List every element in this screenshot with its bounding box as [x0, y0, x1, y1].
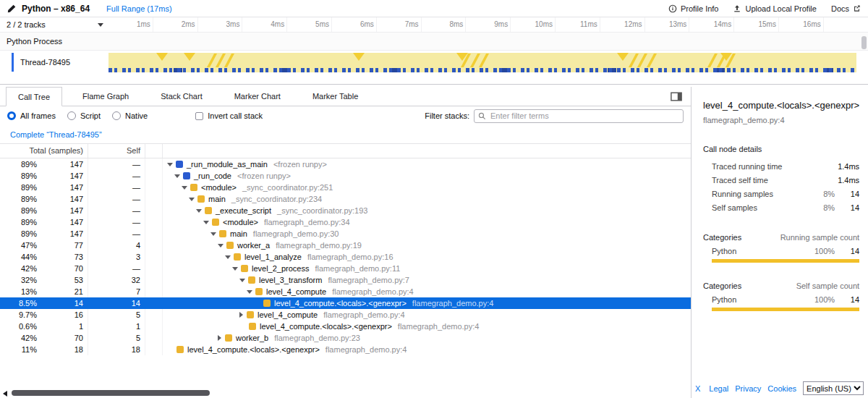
- script-label: Script: [80, 111, 101, 120]
- collapse-icon[interactable]: [247, 290, 252, 294]
- tab-call-tree[interactable]: Call Tree: [6, 87, 62, 106]
- cell-self: —: [88, 205, 145, 216]
- marker-slash-icon[interactable]: [707, 54, 718, 67]
- category-percent: 100%: [814, 295, 835, 304]
- call-tree-row[interactable]: 89%147—_execute_script_sync_coordinator.…: [0, 205, 691, 216]
- marker-slash-icon[interactable]: [207, 54, 217, 67]
- cell-total: 9.7%16: [0, 309, 88, 321]
- collapse-icon[interactable]: [196, 209, 202, 213]
- call-tree-row[interactable]: 89%147—<module>flamegraph_demo.py:34: [0, 216, 691, 228]
- column-header-spacer: [145, 144, 163, 158]
- category-square-icon: [225, 334, 232, 342]
- thread-activity-graph[interactable]: [109, 53, 856, 72]
- footer-close-link[interactable]: X: [693, 384, 702, 393]
- cell-total-samples: 16: [37, 310, 88, 319]
- full-range-link[interactable]: Full Range (17ms): [106, 4, 171, 13]
- expand-icon[interactable]: [218, 335, 221, 341]
- footer-link-privacy[interactable]: Privacy: [735, 384, 761, 393]
- call-tree-row[interactable]: 13%217level_4_computeflamegraph_demo.py:…: [0, 286, 691, 297]
- language-select[interactable]: English (US): [803, 381, 864, 395]
- marker-triangle-icon[interactable]: [353, 53, 365, 61]
- tab-marker-chart[interactable]: Marker Chart: [223, 87, 292, 106]
- collapse-icon[interactable]: [174, 174, 180, 178]
- marker-slash-icon[interactable]: [647, 54, 657, 67]
- function-name: main: [208, 195, 226, 203]
- file-location: flamegraph_demo.py:4: [332, 287, 414, 296]
- tab-marker-table[interactable]: Marker Table: [301, 87, 370, 106]
- call-tree-row[interactable]: 89%147—<module>_sync_coordinator.py:251: [0, 182, 691, 193]
- tab-flame-graph[interactable]: Flame Graph: [71, 87, 140, 106]
- collapse-icon[interactable]: [182, 186, 187, 190]
- call-tree-row[interactable]: 0.6%11level_4_compute.<locals>.<genexpr>…: [0, 321, 691, 332]
- scroll-left-arrow-icon[interactable]: [3, 391, 7, 397]
- ruler-tick: 1ms: [109, 17, 153, 32]
- timeline-vertical-scrollbar-thumb[interactable]: [861, 36, 867, 49]
- column-header-total[interactable]: Total (samples): [0, 144, 88, 158]
- collapse-icon[interactable]: [225, 255, 231, 259]
- invert-call-stack-checkbox[interactable]: [195, 112, 203, 120]
- call-tree-row[interactable]: 44%733level_1_analyzeflamegraph_demo.py:…: [0, 251, 691, 263]
- cell-total-percent: 44%: [0, 253, 37, 261]
- collapse-icon[interactable]: [210, 232, 216, 236]
- marker-slash-icon[interactable]: [629, 54, 639, 67]
- collapse-icon[interactable]: [203, 221, 209, 224]
- horizontal-scrollbar-thumb[interactable]: [12, 390, 210, 396]
- native-radio[interactable]: [112, 111, 121, 120]
- category-square-icon: [205, 207, 212, 214]
- breadcrumb[interactable]: Complete “Thread-78495”: [6, 128, 106, 141]
- call-tree-row[interactable]: 8.5%1414level_4_compute.<locals>.<genexp…: [0, 297, 691, 309]
- marker-slash-icon[interactable]: [470, 54, 480, 67]
- column-header-self[interactable]: Self: [88, 144, 145, 158]
- call-tree-row[interactable]: 89%147—mainflamegraph_demo.py:30: [0, 228, 691, 240]
- collapse-icon[interactable]: [167, 163, 173, 166]
- tab-stack-chart[interactable]: Stack Chart: [149, 87, 213, 106]
- cell-tree: <module>_sync_coordinator.py:251: [163, 183, 691, 192]
- cell-tree: main_sync_coordinator.py:234: [163, 195, 691, 203]
- cell-tree: level_4_compute.<locals>.<genexpr>flameg…: [163, 322, 691, 331]
- expand-icon[interactable]: [239, 312, 243, 318]
- process-track-header[interactable]: Python Process: [0, 33, 868, 51]
- call-tree-row[interactable]: 89%147—main_sync_coordinator.py:234: [0, 193, 691, 205]
- script-radio[interactable]: [67, 111, 76, 120]
- marker-triangle-icon[interactable]: [184, 53, 195, 61]
- collapse-icon[interactable]: [239, 279, 245, 282]
- call-tree-row[interactable]: 42%705worker_bflamegraph_demo.py:23: [0, 332, 691, 344]
- cell-spacer: [145, 205, 163, 216]
- profile-info-button[interactable]: Profile Info: [668, 4, 719, 13]
- marker-slash-icon[interactable]: [637, 54, 647, 67]
- function-name: level_4_compute: [266, 287, 326, 296]
- cell-tree: worker_bflamegraph_demo.py:23: [163, 334, 691, 342]
- marker-slash-icon[interactable]: [224, 54, 234, 67]
- cell-self: —: [88, 170, 145, 182]
- sidebar-toggle-button[interactable]: [662, 87, 691, 106]
- footer-link-legal[interactable]: Legal: [709, 384, 728, 393]
- thread-track-label[interactable]: Thread-78495: [0, 51, 109, 74]
- category-square-icon: [219, 230, 226, 237]
- call-tree-row[interactable]: 47%774worker_aflamegraph_demo.py:19: [0, 240, 691, 251]
- call-tree-row[interactable]: 42%70—level_2_processflamegraph_demo.py:…: [0, 263, 691, 274]
- filter-stacks-input[interactable]: [489, 111, 679, 121]
- call-tree-row[interactable]: 89%147—_run_module_as_main<frozen runpy>: [0, 158, 691, 170]
- call-tree-row[interactable]: 9.7%165level_4_computeflamegraph_demo.py…: [0, 309, 691, 321]
- call-tree-row[interactable]: 11%1818level_4_compute.<locals>.<genexpr…: [0, 344, 691, 355]
- upload-profile-button[interactable]: Upload Local Profile: [733, 4, 816, 13]
- cell-total-percent: 89%: [0, 160, 37, 169]
- marker-triangle-icon[interactable]: [156, 53, 168, 61]
- category-value: 14: [846, 295, 859, 304]
- collapse-icon[interactable]: [189, 198, 195, 201]
- footer-link-cookies[interactable]: Cookies: [767, 384, 796, 393]
- tracks-dropdown[interactable]: 2 / 2 tracks: [0, 17, 109, 32]
- marker-triangle-icon[interactable]: [617, 53, 629, 61]
- docs-link[interactable]: Docs: [831, 4, 861, 13]
- categories-heading-row: CategoriesRunning sample count: [703, 233, 859, 242]
- selected-node-file: flamegraph_demo.py:4: [703, 116, 859, 124]
- collapse-icon[interactable]: [218, 244, 224, 247]
- cell-spacer: [145, 170, 163, 182]
- marker-slash-icon[interactable]: [479, 54, 489, 67]
- cell-tree: _run_code<frozen runpy>: [163, 172, 691, 180]
- all-frames-radio[interactable]: [7, 111, 16, 120]
- collapse-icon[interactable]: [232, 267, 238, 271]
- call-tree-row[interactable]: 89%147—_run_code<frozen runpy>: [0, 170, 691, 182]
- cell-tree: level_2_processflamegraph_demo.py:11: [163, 264, 691, 273]
- call-tree-row[interactable]: 32%5332level_3_transformflamegraph_demo.…: [0, 274, 691, 286]
